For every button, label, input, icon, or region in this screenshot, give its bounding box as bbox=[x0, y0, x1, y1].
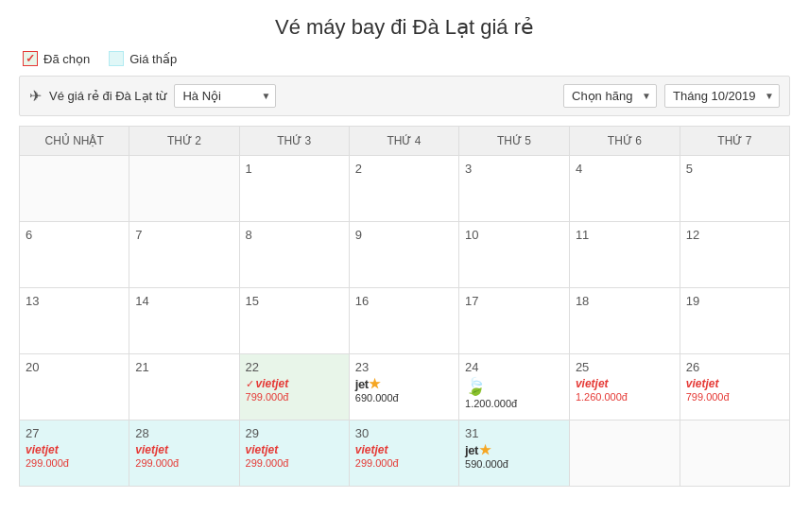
day-number: 6 bbox=[26, 228, 123, 242]
day-number: 17 bbox=[465, 294, 563, 308]
day-number: 23 bbox=[355, 360, 453, 374]
vietjet-logo-text: vietjet bbox=[355, 443, 388, 456]
day-number: 9 bbox=[355, 228, 453, 242]
calendar-cell[interactable]: 14 bbox=[129, 288, 239, 354]
day-number: 25 bbox=[576, 360, 674, 374]
page-title: Vé máy bay đi Đà Lạt giá rẻ bbox=[19, 15, 790, 40]
calendar-cell[interactable]: 20 bbox=[20, 354, 129, 420]
calendar-cell[interactable]: 1 bbox=[239, 156, 349, 222]
selected-check-icon: ✓ bbox=[246, 378, 254, 389]
legend-check-icon: ✓ bbox=[26, 52, 35, 65]
calendar-header-cell: CHỦ NHẬT bbox=[20, 127, 129, 156]
bamboo-logo: 🍃 bbox=[465, 376, 563, 397]
calendar-cell[interactable]: 4 bbox=[569, 156, 680, 222]
calendar-cell[interactable]: 7 bbox=[129, 222, 239, 288]
flight-price: 299.000đ bbox=[26, 457, 123, 469]
day-number: 7 bbox=[135, 228, 232, 242]
vietjet-logo-text: vietjet bbox=[26, 443, 59, 456]
calendar-cell bbox=[20, 156, 129, 222]
calendar-cell[interactable]: 19 bbox=[680, 288, 789, 354]
calendar-cell[interactable]: 26vietjet799.000đ bbox=[680, 354, 789, 420]
flight-price: 799.000đ bbox=[686, 391, 783, 403]
calendar-table: CHỦ NHẬTTHỨ 2THỨ 3THỨ 4THỨ 5THỨ 6THỨ 7 1… bbox=[19, 126, 790, 487]
flight-price: 299.000đ bbox=[355, 457, 453, 469]
day-number: 31 bbox=[465, 426, 563, 440]
legend-selected-label: Đã chọn bbox=[43, 52, 90, 66]
day-number: 5 bbox=[686, 162, 783, 176]
flight-price: 590.000đ bbox=[465, 458, 563, 470]
jetstar-star-icon: ★ bbox=[369, 376, 381, 391]
flight-price: 1.200.000đ bbox=[465, 398, 563, 409]
legend-selected-box: ✓ bbox=[23, 51, 38, 66]
calendar-cell bbox=[569, 420, 680, 487]
calendar-cell[interactable]: 13 bbox=[20, 288, 129, 354]
vietjet-logo: vietjet bbox=[576, 376, 674, 390]
calendar-header: CHỦ NHẬTTHỨ 2THỨ 3THỨ 4THỨ 5THỨ 6THỨ 7 bbox=[20, 127, 790, 156]
calendar-cell[interactable]: 10 bbox=[459, 222, 570, 288]
calendar-cell[interactable]: 5 bbox=[680, 156, 789, 222]
month-select[interactable]: Tháng 9/2019 Tháng 10/2019 Tháng 11/2019 bbox=[664, 84, 780, 108]
flight-price: 1.260.000đ bbox=[576, 391, 674, 403]
day-number: 22 bbox=[246, 360, 343, 374]
calendar-cell[interactable]: 31jet★590.000đ bbox=[459, 420, 570, 487]
day-number: 24 bbox=[465, 360, 563, 374]
vietjet-logo: vietjet bbox=[135, 442, 232, 456]
airline-select-wrap: Chọn hãng Tất cả Vietjet Jetstar Bamboo … bbox=[563, 84, 657, 108]
calendar-cell[interactable]: 30vietjet299.000đ bbox=[349, 420, 458, 487]
vietjet-logo-text: vietjet bbox=[686, 377, 719, 390]
calendar-cell[interactable]: 24🍃1.200.000đ bbox=[459, 354, 570, 420]
calendar-header-cell: THỨ 7 bbox=[680, 127, 789, 156]
legend: ✓ Đã chọn Giá thấp bbox=[19, 51, 790, 66]
calendar-cell[interactable]: 9 bbox=[349, 222, 458, 288]
vietjet-logo-text: vietjet bbox=[135, 443, 168, 456]
calendar-header-cell: THỨ 2 bbox=[129, 127, 239, 156]
flight-price: 799.000đ bbox=[246, 391, 343, 403]
calendar-cell[interactable]: 22✓vietjet799.000đ bbox=[239, 354, 349, 420]
calendar-header-cell: THỨ 3 bbox=[239, 127, 349, 156]
legend-low-box bbox=[109, 51, 124, 66]
calendar-cell[interactable]: 2 bbox=[349, 156, 458, 222]
calendar-cell[interactable]: 11 bbox=[569, 222, 680, 288]
plane-icon: ✈ bbox=[29, 87, 42, 105]
flight-price: 299.000đ bbox=[246, 457, 343, 469]
vietjet-logo: ✓vietjet bbox=[246, 376, 343, 390]
month-select-wrap: Tháng 9/2019 Tháng 10/2019 Tháng 11/2019… bbox=[664, 84, 780, 108]
day-number: 11 bbox=[576, 228, 674, 242]
calendar-week-row: 27vietjet299.000đ28vietjet299.000đ29viet… bbox=[20, 420, 790, 487]
calendar-header-cell: THỨ 6 bbox=[569, 127, 680, 156]
day-number: 14 bbox=[135, 294, 232, 308]
flight-price: 690.000đ bbox=[355, 392, 453, 403]
calendar-cell[interactable]: 28vietjet299.000đ bbox=[129, 420, 239, 487]
calendar-cell[interactable]: 8 bbox=[239, 222, 349, 288]
calendar-week-row: 12345 bbox=[20, 156, 790, 222]
airline-select[interactable]: Chọn hãng Tất cả Vietjet Jetstar Bamboo bbox=[563, 84, 657, 108]
bamboo-leaf-icon: 🍃 bbox=[465, 377, 486, 396]
calendar-cell[interactable]: 16 bbox=[349, 288, 458, 354]
day-number: 18 bbox=[576, 294, 674, 308]
city-select[interactable]: Hà Nội Hồ Chí Minh Đà Nẵng bbox=[174, 84, 276, 108]
city-select-wrap: Hà Nội Hồ Chí Minh Đà Nẵng ▼ bbox=[174, 84, 276, 108]
day-number: 19 bbox=[686, 294, 783, 308]
vietjet-logo: vietjet bbox=[26, 442, 123, 456]
jetstar-logo: jet★ bbox=[355, 376, 453, 391]
vietjet-logo-text: vietjet bbox=[576, 377, 609, 390]
calendar-cell[interactable]: 29vietjet299.000đ bbox=[239, 420, 349, 487]
calendar-cell[interactable]: 15 bbox=[239, 288, 349, 354]
calendar-cell[interactable]: 21 bbox=[129, 354, 239, 420]
calendar-cell[interactable]: 3 bbox=[459, 156, 570, 222]
calendar-header-cell: THỨ 4 bbox=[349, 127, 458, 156]
vietjet-logo-text: vietjet bbox=[256, 377, 289, 390]
calendar-cell[interactable]: 23jet★690.000đ bbox=[349, 354, 458, 420]
calendar-week-row: 202122✓vietjet799.000đ23jet★690.000đ24🍃1… bbox=[20, 354, 790, 420]
day-number: 8 bbox=[246, 228, 343, 242]
calendar-cell[interactable]: 12 bbox=[680, 222, 789, 288]
day-number: 28 bbox=[135, 426, 232, 440]
calendar-cell[interactable]: 27vietjet299.000đ bbox=[20, 420, 129, 487]
day-number: 12 bbox=[686, 228, 783, 242]
day-number: 13 bbox=[26, 294, 123, 308]
calendar-cell[interactable]: 18 bbox=[569, 288, 680, 354]
vietjet-logo-text: vietjet bbox=[246, 443, 279, 456]
calendar-cell[interactable]: 6 bbox=[20, 222, 129, 288]
calendar-cell[interactable]: 17 bbox=[459, 288, 570, 354]
calendar-cell[interactable]: 25vietjet1.260.000đ bbox=[569, 354, 680, 420]
